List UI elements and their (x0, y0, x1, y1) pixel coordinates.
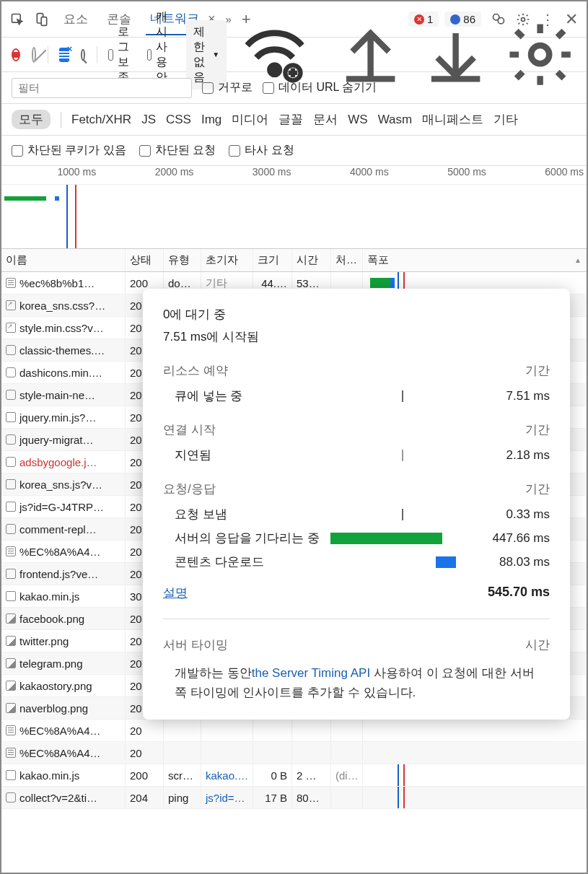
record-button[interactable] (12, 48, 20, 61)
third-party-checkbox[interactable]: 타사 요청 (229, 143, 294, 158)
table-header: 이름 상태 유형 초기자 크기 시간 처… 폭포▲ (1, 249, 587, 272)
request-name: js?id=G-J4TRP… (19, 501, 104, 513)
server-timing-api-link[interactable]: the Server Timing API (252, 666, 370, 680)
svg-point-8 (531, 45, 549, 64)
col-initiator[interactable]: 초기자 (201, 249, 253, 271)
file-type-icon (6, 725, 16, 735)
filter-font[interactable]: 글꼴 (278, 111, 303, 128)
col-chdr[interactable]: 처… (331, 249, 363, 271)
explanation-link[interactable]: 설명 (163, 585, 188, 601)
filter-media[interactable]: 미디어 (232, 111, 268, 128)
request-name: telegram.png (19, 657, 83, 670)
request-name: style.min.css?v… (19, 322, 104, 334)
download-bar (436, 556, 456, 568)
inspect-icon[interactable] (10, 12, 25, 27)
invert-checkbox[interactable]: 거꾸로 (202, 80, 253, 95)
filter-input[interactable] (12, 78, 192, 98)
initiator-cell: kakao.… (201, 764, 253, 786)
download-label: 콘텐츠 다운로드 (175, 554, 319, 570)
col-time[interactable]: 시간 (292, 249, 331, 271)
file-type-icon (6, 546, 16, 556)
request-name: collect?v=2&ti… (19, 792, 97, 804)
search-icon[interactable] (81, 49, 85, 61)
hide-data-url-checkbox[interactable]: 데이터 URL 숨기기 (263, 80, 377, 95)
timeline-overview[interactable]: 1000 ms 2000 ms 3000 ms 4000 ms 5000 ms … (1, 166, 587, 249)
file-type-icon (6, 613, 16, 624)
file-type-icon (6, 569, 16, 579)
filter-manifest[interactable]: 매니페스트 (422, 111, 483, 128)
size-cell: 0 B (253, 764, 292, 786)
file-type-icon (6, 479, 16, 489)
waiting-bar (330, 533, 442, 544)
filter-other[interactable]: 기타 (493, 111, 518, 128)
filter-wasm[interactable]: Wasm (378, 113, 413, 127)
filter-js[interactable]: JS (141, 113, 156, 127)
file-type-icon (6, 434, 16, 445)
table-row[interactable]: %EC%8A%A4…20 (1, 742, 587, 764)
file-type-icon (6, 658, 16, 668)
filter-ws[interactable]: WS (348, 113, 367, 127)
time-cell: 80… (292, 787, 331, 808)
svg-rect-2 (41, 17, 46, 25)
request-name: kakao.min.js (19, 769, 79, 782)
request-name: korea_sns.js?v… (19, 478, 102, 491)
filter-fetch[interactable]: Fetch/XHR (71, 113, 131, 127)
filter-img[interactable]: Img (201, 113, 221, 127)
table-row[interactable]: collect?v=2&ti…204pingjs?id=…17 B80… (1, 787, 587, 809)
file-type-icon (6, 323, 16, 333)
status-cell: 200 (126, 764, 164, 786)
tab-elements[interactable]: 요소 (59, 4, 92, 35)
type-cell: ping (164, 787, 201, 808)
overview-ticks: 1000 ms 2000 ms 3000 ms 4000 ms 5000 ms … (1, 166, 587, 185)
filter-toggle-icon[interactable] (59, 48, 69, 62)
col-status[interactable]: 상태 (126, 249, 164, 271)
type-filter-bar: 모두 Fetch/XHR JS CSS Img 미디어 글꼴 문서 WS Was… (1, 104, 587, 136)
chdr-cell: (di… (331, 764, 363, 786)
preserve-log-checkbox[interactable]: 로그 보존 (108, 25, 136, 85)
table-row[interactable]: kakao.min.js200scr…kakao.…0 B2 …(di… (1, 764, 587, 787)
col-waterfall[interactable]: 폭포▲ (363, 249, 587, 271)
server-timing-body: 개발하는 동안the Server Timing API 사용하여 이 요청에 … (163, 663, 550, 702)
queuing-bar (402, 390, 403, 402)
request-name: style-main-ne… (19, 389, 95, 401)
network-toolbar: 로그 보존 캐시 사용 안 함 제한 없음 (1, 38, 587, 72)
time-col-label: 시간 (525, 637, 550, 653)
throttle-select[interactable]: 제한 없음 (186, 20, 227, 89)
sent-label: 요청 보냄 (175, 506, 319, 523)
filter-doc[interactable]: 문서 (313, 111, 338, 128)
col-name[interactable]: 이름 (1, 249, 126, 271)
request-name: jquery-migrat… (19, 434, 94, 446)
blocked-cookies-checkbox[interactable]: 차단된 쿠키가 있음 (12, 143, 126, 158)
overview-bar (55, 196, 59, 201)
file-type-icon (6, 412, 16, 422)
chdr-cell (331, 787, 363, 808)
export-har-icon[interactable] (419, 18, 492, 91)
waterfall-cell (363, 720, 587, 741)
clear-button[interactable] (32, 47, 36, 63)
col-type[interactable]: 유형 (164, 249, 201, 271)
request-name: jquery.min.js?… (19, 411, 96, 424)
request-name: twitter.png (19, 635, 69, 647)
table-row[interactable]: %EC%8A%A4…20 (1, 720, 587, 742)
request-name: kakao.min.js (19, 590, 79, 603)
timing-tooltip: 0에 대기 중 7.51 ms에 시작됨 리소스 예약기간 큐에 넣는 중 7.… (143, 289, 570, 720)
col-size[interactable]: 크기 (253, 249, 292, 271)
device-toggle-icon[interactable] (35, 12, 49, 27)
divider (163, 619, 550, 619)
request-name: adsbygoogle.j… (19, 456, 97, 468)
request-name: korea_sns.css?… (19, 300, 105, 312)
filter-all[interactable]: 모두 (12, 110, 51, 129)
time-cell (292, 742, 331, 764)
file-type-icon (6, 502, 16, 512)
sent-value: 0.33 ms (478, 507, 550, 522)
duration-col-label: 기간 (525, 421, 550, 438)
waiting-label: 서버의 응답을 기다리는 중 (175, 530, 330, 546)
type-cell (164, 742, 201, 764)
filter-css[interactable]: CSS (166, 113, 191, 127)
initiator-cell (201, 720, 253, 741)
stalled-value: 2.18 ms (478, 448, 550, 463)
file-type-icon (6, 591, 16, 601)
network-settings-icon[interactable] (504, 18, 576, 91)
server-timing-label: 서버 타이밍 (163, 637, 228, 653)
blocked-requests-checkbox[interactable]: 차단된 요청 (139, 143, 216, 158)
